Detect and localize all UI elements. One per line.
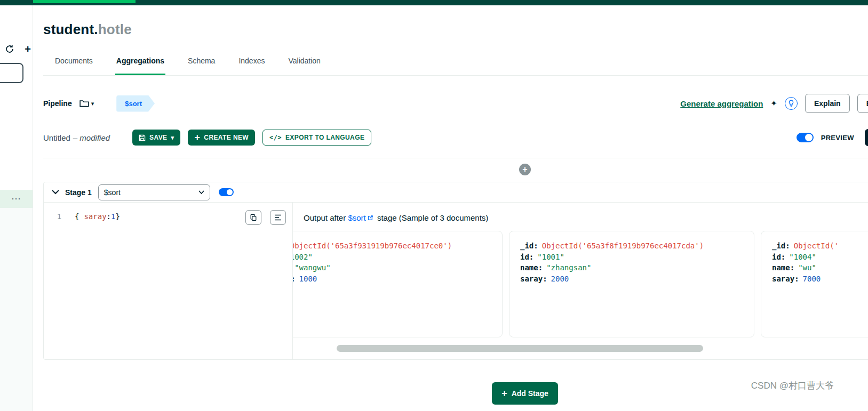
chevron-down-icon: ▾: [171, 134, 174, 141]
stage-header: Stage 1 $sort ⋯: [44, 182, 868, 203]
plus-icon: +: [194, 133, 200, 142]
stage-panel: Stage 1 $sort ⋯ 1 {s: [43, 182, 868, 360]
field-key: _id:: [520, 241, 538, 250]
stage-operator-value: $sort: [104, 188, 121, 197]
document-card: _id:ObjectId(' id:"1004" name:"wu" saray…: [761, 231, 868, 337]
output-documents: _id:ObjectId('65a3f931919b976ec4017ce0')…: [293, 231, 868, 337]
copy-button[interactable]: [245, 210, 261, 225]
format-button[interactable]: [270, 210, 286, 225]
pipeline-name: Untitled: [43, 133, 70, 142]
field-value-objectid: ObjectId('65a3f8f1919b976ec4017cda'): [542, 241, 704, 250]
pipeline-modified-flag: – modified: [73, 133, 110, 142]
collection-name: hotle: [98, 21, 132, 37]
add-stage-label: Add Stage: [512, 389, 548, 398]
add-stage-row: + Add Stage: [43, 382, 868, 405]
view-mode-segmented-control: {} STAGES </> TEXT: [865, 129, 868, 146]
collection-view: student.hotle 3 DOCUMENTS 1 INDEXES Docu…: [33, 5, 868, 411]
save-label: SAVE: [149, 134, 167, 141]
save-icon: [139, 134, 146, 141]
sidebar-item-active[interactable]: ⋯: [0, 190, 33, 208]
plus-icon: +: [501, 389, 507, 398]
output-after-text: stage (Sample of 3 documents): [377, 213, 488, 222]
external-link-icon: [368, 215, 373, 221]
stage-docs-link[interactable]: $sort: [348, 213, 375, 222]
create-icon[interactable]: +: [22, 44, 33, 54]
sidebar-search-input[interactable]: [0, 63, 23, 83]
chevron-down-icon: [198, 190, 204, 194]
output-before-text: Output after: [304, 213, 346, 222]
refresh-icon[interactable]: [4, 44, 15, 54]
field-value-string: "1001": [537, 253, 564, 261]
token-brace-close: }: [115, 212, 120, 221]
sparkle-icon: ✦: [770, 99, 777, 108]
pipeline-title: Pipeline: [43, 99, 72, 108]
add-stage-button[interactable]: + Add Stage: [492, 382, 558, 405]
field-key: saray:: [520, 275, 547, 283]
add-stage-circle-button[interactable]: +: [519, 164, 531, 175]
divider: [43, 158, 868, 158]
page-title: student.hotle: [43, 21, 132, 38]
pipeline-save-toolbar: Untitled – modified SAVE ▾ + CREATE NEW …: [43, 129, 868, 146]
field-value-objectid: ObjectId(': [794, 241, 839, 250]
stage-output-preview: Output after $sort stage (Sample of 3 do…: [293, 203, 868, 359]
copy-icon: [250, 214, 257, 221]
format-lines-icon: [274, 214, 282, 221]
tab-schema[interactable]: Schema: [187, 57, 216, 75]
app-window: + ⋯ student.hotle 3 DOCUMENTS 1 INDEXES: [0, 5, 868, 411]
generate-aggregation-link[interactable]: Generate aggregation: [680, 99, 763, 108]
preview-label: PREVIEW: [821, 134, 854, 142]
stages-view-button[interactable]: {} STAGES: [865, 129, 868, 146]
stage-label: Stage 1: [65, 188, 92, 197]
pipeline-stage-tag[interactable]: $sort: [116, 95, 155, 112]
stage-body: 1 {saray:1} Output aft: [44, 203, 868, 359]
field-key: _id:: [772, 241, 790, 250]
preview-toggle[interactable]: [797, 133, 814, 142]
field-value-string: "1002": [293, 253, 313, 261]
stage-enabled-toggle[interactable]: [219, 188, 234, 196]
export-button[interactable]: Export: [857, 94, 868, 113]
chevron-down-icon: ▾: [91, 100, 94, 107]
explain-button[interactable]: Explain: [805, 94, 850, 113]
output-header: Output after $sort stage (Sample of 3 do…: [293, 213, 868, 222]
collapse-stage-icon[interactable]: [51, 188, 60, 197]
token-colon: :: [107, 212, 111, 221]
field-key: id:: [520, 253, 533, 261]
field-key: saray:: [772, 275, 799, 283]
export-to-language-label: EXPORT TO LANGUAGE: [285, 134, 364, 141]
preview-controls: PREVIEW {} STAGES </> TEXT: [797, 129, 868, 146]
item-options-icon[interactable]: ⋯: [11, 193, 21, 205]
add-stage-between: +: [43, 164, 868, 175]
document-card: _id:ObjectId('65a3f8f1919b976ec4017cda')…: [509, 231, 754, 337]
field-value-number: 7000: [803, 275, 821, 283]
tab-aggregations[interactable]: Aggregations: [115, 57, 165, 75]
create-new-label: CREATE NEW: [204, 134, 249, 141]
window-titlebar: [0, 0, 868, 5]
field-key: name:: [772, 263, 794, 272]
tab-indexes[interactable]: Indexes: [237, 57, 266, 75]
sidebar: + ⋯: [0, 5, 33, 411]
field-value-string: "1004": [789, 253, 816, 261]
document-card: _id:ObjectId('65a3f931919b976ec4017ce0')…: [293, 231, 503, 337]
pipeline-actions: Generate aggregation ✦ Explain Export Ru…: [680, 94, 868, 113]
horizontal-scrollbar[interactable]: [337, 345, 703, 352]
sidebar-lower-area: [0, 208, 33, 411]
folder-icon: [79, 99, 89, 108]
create-new-button[interactable]: + CREATE NEW: [188, 130, 255, 146]
stage-operator-select[interactable]: $sort: [98, 184, 210, 200]
stage-link-label: $sort: [348, 213, 365, 222]
collection-header: student.hotle 3 DOCUMENTS 1 INDEXES: [43, 21, 868, 43]
export-to-language-button[interactable]: </> EXPORT TO LANGUAGE: [262, 130, 371, 146]
field-value-objectid: ObjectId('65a3f931919b976ec4017ce0'): [293, 241, 452, 250]
saved-pipelines-button[interactable]: ▾: [79, 99, 94, 108]
sidebar-toolbar: +: [4, 44, 33, 54]
field-value-number: 1000: [299, 275, 317, 283]
save-button[interactable]: SAVE ▾: [132, 130, 180, 146]
watermark: CSDN @村口曹大爷: [751, 380, 834, 392]
field-value-number: 2000: [551, 275, 569, 283]
stage-editor[interactable]: 1 {saray:1}: [44, 203, 293, 359]
hint-button[interactable]: [785, 97, 798, 110]
tab-validation[interactable]: Validation: [287, 57, 321, 75]
token-brace-open: {: [75, 212, 79, 221]
tab-documents[interactable]: Documents: [54, 57, 94, 75]
code-content: {saray:1}: [75, 212, 120, 221]
